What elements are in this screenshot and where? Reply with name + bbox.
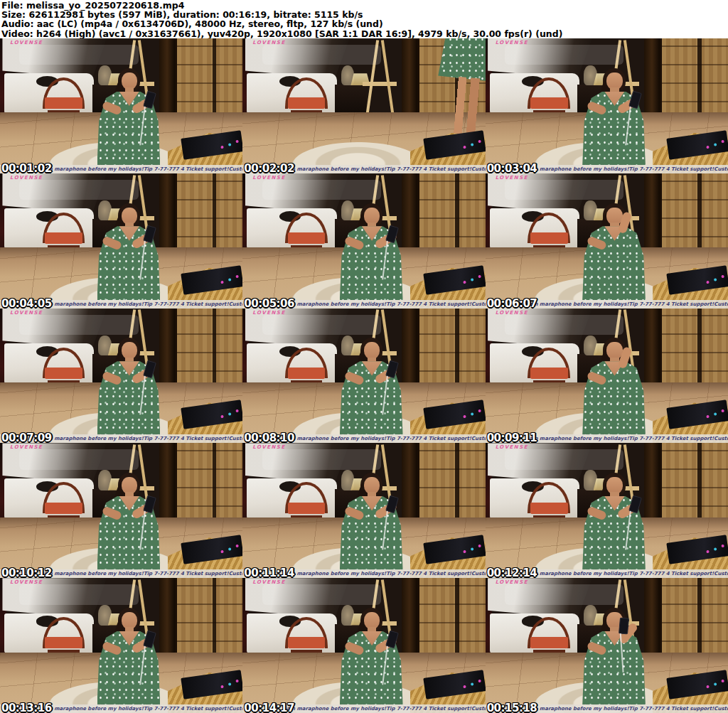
person (97, 338, 161, 435)
lovense-watermark: LOVENSE (496, 40, 528, 45)
video-frame-tile: LOVENSE eam maraphone before my holidays… (486, 173, 728, 309)
bamboo-wall-panels (660, 38, 728, 121)
bamboo-wall-panels (417, 309, 486, 391)
bamboo-wall-panels (175, 443, 243, 525)
audio-line: Audio: aac (LC) (mp4a / 0x6134706D), 480… (1, 19, 728, 28)
lovense-overlay-box (262, 180, 381, 200)
bamboo-wall-panels (660, 443, 728, 525)
video-frame-tile: LOVENSE eam maraphone before my holidays… (0, 443, 242, 578)
bamboo-wall-panels (175, 309, 243, 391)
lovense-watermark: LOVENSE (496, 310, 528, 316)
bamboo-wall-panels (417, 578, 486, 660)
green-floral-dress (434, 38, 486, 82)
wall-pillar (644, 38, 660, 119)
video-frame-tile: LOVENSE eam maraphone before my holidays… (242, 578, 485, 713)
lovense-overlay-box (505, 449, 623, 469)
person (97, 68, 161, 166)
wall-pillar (159, 309, 175, 390)
side-table (335, 85, 366, 116)
lovense-watermark: LOVENSE (252, 310, 285, 316)
smartphone (143, 495, 156, 514)
smartphone (619, 617, 629, 634)
smartphone (385, 225, 399, 244)
smartphone (143, 225, 156, 244)
lovense-overlay-box (505, 180, 623, 200)
lovense-watermark: LOVENSE (10, 444, 43, 450)
lovense-overlay-box (262, 584, 381, 604)
bamboo-wall-panels (175, 578, 243, 660)
bamboo-wall-panels (660, 309, 728, 391)
timestamp-overlay: 00:09:11 (487, 433, 537, 443)
wall-pillar (159, 443, 175, 524)
lovense-overlay-box (19, 584, 138, 604)
timestamp-overlay: 00:07:09 (1, 433, 52, 443)
person (582, 203, 646, 301)
timestamp-overlay: 00:05:06 (244, 299, 294, 309)
bamboo-wall-panels (660, 173, 728, 256)
lovense-overlay-box (505, 45, 623, 65)
file-info-header: File: melissa_yo_202507220618.mp4 Size: … (0, 0, 728, 38)
lovense-overlay-box (19, 315, 138, 335)
lovense-watermark: LOVENSE (496, 579, 528, 585)
person (97, 473, 161, 570)
person (434, 38, 486, 146)
lovense-watermark: LOVENSE (252, 175, 285, 181)
smartphone (385, 630, 399, 648)
person (97, 203, 161, 301)
wall-pillar (159, 173, 175, 254)
lovense-watermark: LOVENSE (10, 579, 43, 585)
timestamp-overlay: 00:04:05 (1, 299, 52, 309)
wall-pillar (402, 309, 417, 390)
video-frame-tile: LOVENSE eam maraphone before my holidays… (0, 173, 242, 309)
bamboo-wall-panels (417, 173, 486, 256)
lovense-overlay-box (19, 449, 138, 469)
lovense-watermark: LOVENSE (10, 175, 43, 181)
wall-pillar (402, 38, 417, 119)
video-frame-tile: LOVENSE eam maraphone before my holidays… (0, 578, 242, 713)
smartphone (628, 495, 642, 514)
timestamp-overlay: 00:08:10 (244, 433, 294, 443)
timestamp-overlay: 00:03:04 (487, 163, 537, 173)
bamboo-wall-panels (660, 578, 728, 660)
lovense-overlay-box (19, 180, 138, 200)
video-frame-tile: LOVENSE eam maraphone before my holidays… (486, 309, 728, 444)
video-frame-tile: LOVENSE eam maraphone before my holidays… (486, 578, 728, 713)
person (340, 338, 403, 435)
timestamp-overlay: 00:02:02 (244, 163, 294, 173)
smartphone (143, 630, 156, 648)
lovense-watermark: LOVENSE (252, 579, 285, 585)
lovense-watermark: LOVENSE (252, 444, 285, 450)
person (582, 473, 646, 570)
video-frame-tile: LOVENSE eam maraphone before my holidays… (0, 309, 242, 444)
smartphone (385, 360, 399, 379)
smartphone (385, 495, 399, 514)
lovense-watermark: LOVENSE (10, 40, 43, 45)
wall-pillar (644, 443, 660, 524)
bamboo-wall-panels (175, 38, 243, 121)
smartphone (143, 90, 156, 109)
video-frame-tile: LOVENSE eam maraphone before my holidays… (0, 38, 242, 173)
wall-pillar (402, 578, 417, 659)
timestamp-overlay: 00:11:14 (244, 568, 294, 578)
timestamp-overlay: 00:12:14 (487, 568, 537, 578)
video-frame-tile: LOVENSE eam maraphone before my holidays… (242, 443, 485, 578)
timestamp-overlay: 00:15:18 (487, 703, 537, 713)
video-line: Video: h264 (High) (avc1 / 0x31637661), … (1, 29, 728, 38)
lovense-watermark: LOVENSE (10, 310, 43, 316)
wall-pillar (644, 578, 660, 659)
thumbnail-grid: LOVENSE eam maraphone before my holidays… (0, 38, 728, 713)
person (340, 473, 403, 570)
video-frame-tile: LOVENSE eam maraphone before my holidays… (486, 443, 728, 578)
wall-pillar (159, 38, 175, 119)
timestamp-overlay: 00:01:02 (1, 163, 52, 173)
video-frame-tile: LOVENSE eam maraphone before my holidays… (242, 173, 485, 309)
wall-pillar (402, 173, 417, 254)
lovense-watermark: LOVENSE (496, 444, 528, 450)
person (340, 608, 403, 705)
smartphone (143, 360, 156, 379)
person (97, 608, 161, 705)
lovense-watermark: LOVENSE (496, 175, 528, 181)
person (582, 68, 646, 166)
lovense-watermark: LOVENSE (252, 40, 285, 45)
bamboo-wall-panels (417, 443, 486, 525)
